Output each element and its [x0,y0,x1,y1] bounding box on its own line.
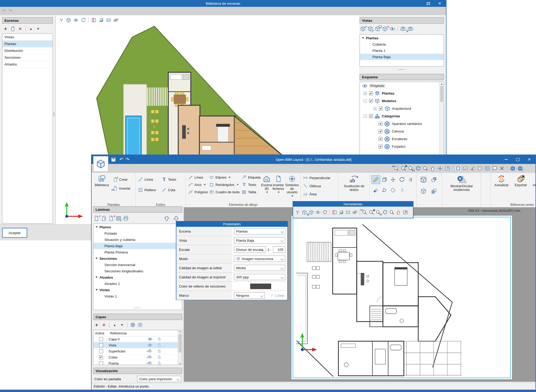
isolate-3d-button[interactable] [419,175,428,184]
layer-active-checkbox[interactable] [99,349,103,353]
layer-active-checkbox-checked[interactable]: ✔ [99,355,103,359]
cuadro-texto-button[interactable]: Cuadro de texto [208,189,241,195]
zoom-previous-icon[interactable]: ↩ [393,165,399,172]
rectangulos-button[interactable]: Rectángulos [208,181,241,188]
tree-group[interactable]: Plantas [360,35,444,41]
layer-hidden-icon[interactable] [145,354,155,360]
list-item[interactable]: Distribución [2,47,53,54]
save-icon[interactable] [110,156,117,163]
layer-name[interactable]: Superficies [109,349,145,353]
layer-hidden-icon[interactable] [145,348,155,354]
redo-icon[interactable]: ↷ [8,8,12,14]
add-sheet-button[interactable]: + [93,215,100,222]
tree-item[interactable]: Planta Primera [93,249,182,255]
escala-mode-select[interactable]: Divisor de escala [234,246,266,253]
esquema-node[interactable]: −✔ Categorías [360,112,444,120]
orbit-icon[interactable] [321,209,328,216]
layer-active-checkbox[interactable] [99,337,103,341]
hide-elements-icon[interactable] [113,17,119,23]
edit-view-button[interactable] [367,26,374,32]
edit-sheet-button[interactable] [115,215,122,222]
sheet-down-button[interactable] [173,215,180,222]
section-box-icon[interactable] [331,209,338,216]
angle-icon[interactable] [469,165,476,172]
add-view-button[interactable]: + [360,26,366,32]
texto-button[interactable]: TTexto [241,181,261,188]
layers-show-button[interactable] [129,322,136,328]
incidencias-button[interactable]: Mostrar/Ocultar incidencias [444,174,480,192]
duplicate-view-button[interactable]: ❏ [374,26,381,32]
layer-lock-icon[interactable] [155,354,164,360]
layer-active-checkbox[interactable] [99,343,103,347]
panel-splitter[interactable]: •••• [93,306,182,309]
view-visibility-button[interactable] [389,26,396,32]
close-button[interactable]: × [523,155,535,164]
estilo-texto-button[interactable]: TTexto [161,176,185,183]
esquema-node[interactable]: ✔ Escaleras [360,135,444,143]
delete-view-button[interactable]: × [382,26,388,32]
stretch-tool-button[interactable] [389,186,397,194]
layer-hidden-icon[interactable] [145,360,155,365]
tree-item[interactable]: Vistas 1 [93,293,182,299]
list-item[interactable]: Vistas [2,34,53,41]
delete-sheet-button[interactable]: × [108,215,115,222]
pan-icon[interactable] [395,209,402,216]
zoom-window-icon[interactable] [422,165,429,172]
minimize-button[interactable] [500,155,512,164]
accept-button[interactable]: Aceptar [2,228,27,238]
move-up-button[interactable]: ▲ [27,26,34,32]
scroll-down-icon[interactable]: ▼ [178,362,182,365]
list-item[interactable]: Secciones [2,54,53,61]
maximize-button[interactable] [512,155,523,164]
insertar-button[interactable]: ↩Insertar [112,185,131,192]
list-item-selected[interactable]: Plantas [2,41,53,47]
scroll-up-icon[interactable]: ▲ [178,330,182,334]
copy-tool-button[interactable] [380,175,389,184]
app-menu-button[interactable] [93,156,108,172]
esquema-node[interactable]: +✔ Plantas [360,90,444,97]
layer-lock-icon[interactable] [155,348,164,354]
panel-splitter[interactable]: •••• [360,68,444,71]
esquema-node[interactable]: ✔ Aparatos sanitarios [360,120,444,128]
workplane-icon[interactable] [345,209,351,216]
clock-icon[interactable] [477,165,483,172]
edit-tool-button[interactable] [372,175,380,184]
esquema-node[interactable]: ✔ Forjados [360,143,444,150]
copy-sheet-button[interactable] [100,215,107,222]
orbit-icon[interactable] [80,17,87,23]
scroll-up-icon[interactable]: ▲ [440,82,444,86]
escala-input[interactable]: 105 [273,246,285,253]
layer-active-checkbox[interactable] [99,361,103,365]
layer-name[interactable]: Capa 0 [109,337,145,341]
mirror-tool-button[interactable] [406,175,415,184]
calidad-editar-select[interactable]: Media [234,265,285,271]
arco-button[interactable]: Arco [187,181,208,188]
color-swatch[interactable] [250,284,271,289]
scroll-thumb[interactable] [178,334,181,352]
capture-view-icon[interactable] [444,165,451,172]
move-view-icon[interactable] [437,165,443,172]
zoom-x2-icon[interactable]: x2 [407,165,414,172]
escena-3d-button[interactable]: Escena 3D [261,174,272,197]
list-item[interactable]: Alzados [2,61,53,68]
section-plane-icon[interactable] [338,209,345,216]
comment-icon[interactable] [491,165,498,172]
zoom-previous-icon[interactable]: ↩ [361,209,368,216]
esquema-node[interactable]: −✔ Modelos [360,97,444,105]
grid-settings-icon[interactable] [484,165,491,172]
axes-icon[interactable] [294,209,301,216]
add-scene-button[interactable]: + [2,26,9,32]
scrollbar[interactable]: ▲ [439,82,444,155]
exportar-button[interactable]: Exportar [513,174,529,191]
tree-item[interactable]: Situación y cubierta [93,236,182,243]
column-header-activa[interactable]: Activa [93,331,110,335]
redraw-icon[interactable] [415,165,421,172]
tree-item[interactable]: Alzados 1 [93,280,182,287]
tree-item[interactable]: Portada [93,230,182,236]
tree-group[interactable]: Secciones [93,255,182,262]
tools-config-icon[interactable] [499,165,505,172]
print-sheet-button[interactable] [122,215,129,222]
undo-icon[interactable]: ↶ [119,157,123,162]
sheet-up-button[interactable] [163,215,170,222]
layer-name-selected[interactable]: Vista [109,343,145,347]
